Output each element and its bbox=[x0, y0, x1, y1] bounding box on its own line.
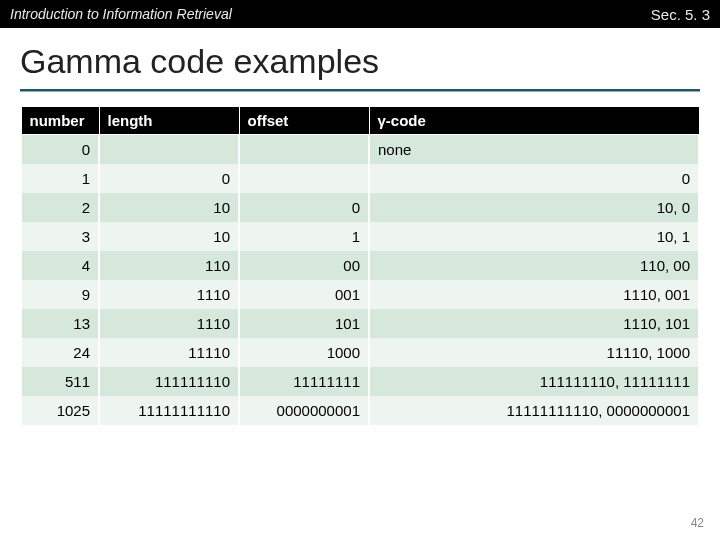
cell-length: 111111110 bbox=[99, 367, 239, 396]
table-row: 13 1110 101 1110, 101 bbox=[21, 309, 699, 338]
table-container: number length offset γ-code 0 none 1 0 bbox=[0, 106, 720, 425]
cell-offset: 11111111 bbox=[239, 367, 369, 396]
cell-offset: 1000 bbox=[239, 338, 369, 367]
cell-offset: 0 bbox=[239, 193, 369, 222]
title-rule bbox=[20, 89, 700, 92]
cell-number: 3 bbox=[21, 222, 99, 251]
col-code: γ-code bbox=[369, 107, 699, 135]
table-row: 3 10 1 10, 1 bbox=[21, 222, 699, 251]
col-number: number bbox=[21, 107, 99, 135]
cell-number: 511 bbox=[21, 367, 99, 396]
cell-code: 1110, 001 bbox=[369, 280, 699, 309]
table-row: 1025 11111111110 0000000001 11111111110,… bbox=[21, 396, 699, 425]
cell-length: 1110 bbox=[99, 309, 239, 338]
table-row: 511 111111110 11111111 111111110, 111111… bbox=[21, 367, 699, 396]
page-number: 42 bbox=[691, 516, 704, 530]
cell-number: 0 bbox=[21, 135, 99, 165]
table-row: 2 10 0 10, 0 bbox=[21, 193, 699, 222]
cell-length: 11111111110 bbox=[99, 396, 239, 425]
cell-length: 10 bbox=[99, 222, 239, 251]
slide: Introduction to Information Retrieval Se… bbox=[0, 0, 720, 540]
table-row: 0 none bbox=[21, 135, 699, 165]
top-bar: Introduction to Information Retrieval Se… bbox=[0, 0, 720, 28]
cell-code: 1110, 101 bbox=[369, 309, 699, 338]
cell-code: 10, 1 bbox=[369, 222, 699, 251]
gamma-code-table: number length offset γ-code 0 none 1 0 bbox=[20, 106, 700, 425]
cell-offset: 001 bbox=[239, 280, 369, 309]
cell-code: 11111111110, 0000000001 bbox=[369, 396, 699, 425]
table-row: 4 110 00 110, 00 bbox=[21, 251, 699, 280]
cell-length bbox=[99, 135, 239, 165]
cell-code: none bbox=[369, 135, 699, 165]
cell-length: 10 bbox=[99, 193, 239, 222]
cell-number: 13 bbox=[21, 309, 99, 338]
cell-offset bbox=[239, 164, 369, 193]
page-title: Gamma code examples bbox=[0, 28, 720, 89]
cell-number: 9 bbox=[21, 280, 99, 309]
table-row: 1 0 0 bbox=[21, 164, 699, 193]
cell-number: 2 bbox=[21, 193, 99, 222]
cell-offset: 101 bbox=[239, 309, 369, 338]
table-row: 24 11110 1000 11110, 1000 bbox=[21, 338, 699, 367]
cell-offset bbox=[239, 135, 369, 165]
cell-code: 110, 00 bbox=[369, 251, 699, 280]
table-header-row: number length offset γ-code bbox=[21, 107, 699, 135]
cell-code: 111111110, 11111111 bbox=[369, 367, 699, 396]
cell-length: 0 bbox=[99, 164, 239, 193]
col-offset: offset bbox=[239, 107, 369, 135]
cell-length: 1110 bbox=[99, 280, 239, 309]
cell-offset: 0000000001 bbox=[239, 396, 369, 425]
cell-number: 1025 bbox=[21, 396, 99, 425]
course-name: Introduction to Information Retrieval bbox=[10, 6, 232, 22]
section-label: Sec. 5. 3 bbox=[651, 6, 710, 23]
cell-number: 24 bbox=[21, 338, 99, 367]
cell-code: 0 bbox=[369, 164, 699, 193]
cell-offset: 00 bbox=[239, 251, 369, 280]
cell-length: 11110 bbox=[99, 338, 239, 367]
cell-code: 10, 0 bbox=[369, 193, 699, 222]
cell-number: 1 bbox=[21, 164, 99, 193]
table-row: 9 1110 001 1110, 001 bbox=[21, 280, 699, 309]
col-length: length bbox=[99, 107, 239, 135]
cell-number: 4 bbox=[21, 251, 99, 280]
cell-length: 110 bbox=[99, 251, 239, 280]
cell-offset: 1 bbox=[239, 222, 369, 251]
cell-code: 11110, 1000 bbox=[369, 338, 699, 367]
